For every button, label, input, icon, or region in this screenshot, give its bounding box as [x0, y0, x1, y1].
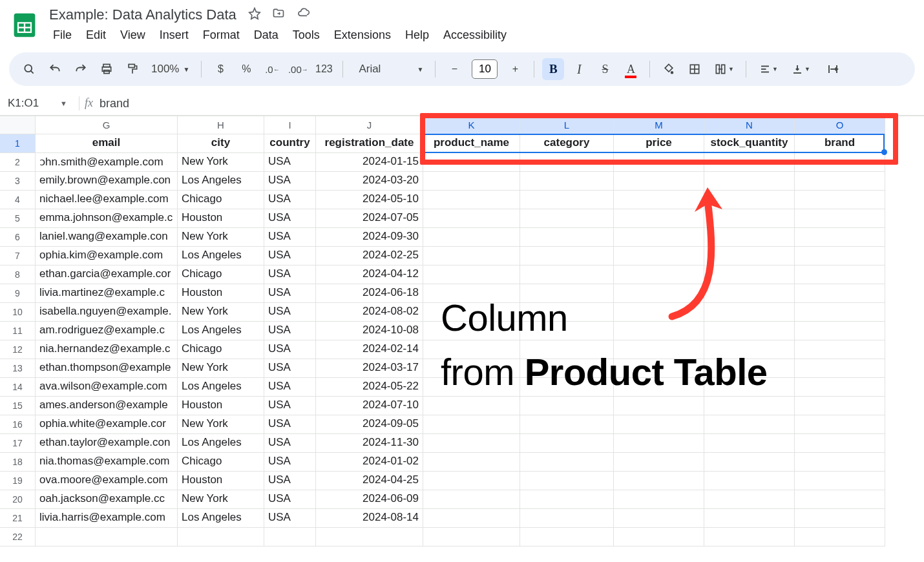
cell[interactable]: 2024-04-25 [316, 472, 423, 490]
cell[interactable]: 2024-10-08 [316, 322, 423, 340]
sheets-app-icon[interactable] [10, 11, 39, 39]
row-header[interactable]: 7 [0, 247, 36, 265]
menu-accessibility[interactable]: Accessibility [437, 26, 513, 45]
cell[interactable]: 2024-08-02 [316, 303, 423, 322]
col-header-h[interactable]: H [178, 116, 264, 134]
increase-decimal-button[interactable]: .00→ [287, 58, 309, 80]
cell[interactable]: USA [264, 322, 316, 340]
row-header[interactable]: 17 [0, 434, 36, 453]
cell[interactable]: Los Angeles [178, 509, 264, 528]
cell[interactable]: New York [178, 415, 264, 434]
cell[interactable]: ethan.thompson@example [36, 359, 178, 378]
decrease-decimal-button[interactable]: .0← [261, 58, 283, 80]
cell[interactable] [795, 153, 885, 172]
cell[interactable] [614, 434, 704, 453]
cell[interactable] [614, 172, 704, 191]
cell[interactable]: USA [264, 340, 316, 359]
col-header-m[interactable]: M [614, 116, 704, 134]
cell[interactable] [614, 490, 704, 509]
cell[interactable] [614, 322, 704, 340]
cell[interactable]: 2024-09-30 [316, 228, 423, 247]
cell[interactable] [614, 228, 704, 247]
cell[interactable]: 2024-03-17 [316, 359, 423, 378]
cell[interactable] [423, 153, 520, 172]
cell[interactable] [704, 265, 795, 284]
cloud-status-icon[interactable] [296, 7, 311, 23]
cell[interactable]: brand [795, 134, 885, 153]
cell[interactable]: ᴐhn.smith@example.com [36, 153, 178, 172]
cell[interactable] [795, 172, 885, 191]
cell[interactable]: ophia.white@example.cor [36, 415, 178, 434]
cell[interactable] [520, 303, 614, 322]
increase-font-size-button[interactable]: + [504, 58, 526, 80]
bold-button[interactable]: B [542, 58, 564, 80]
cell[interactable] [423, 397, 520, 415]
cell[interactable]: USA [264, 153, 316, 172]
cell[interactable]: USA [264, 490, 316, 509]
cell[interactable] [795, 322, 885, 340]
cell[interactable] [520, 528, 614, 546]
menu-help[interactable]: Help [399, 26, 436, 45]
cell[interactable]: Houston [178, 209, 264, 228]
row-header[interactable]: 5 [0, 209, 36, 228]
cell[interactable] [316, 528, 423, 546]
cell[interactable] [423, 228, 520, 247]
row-header[interactable]: 22 [0, 528, 36, 546]
fill-color-button[interactable] [658, 58, 680, 80]
cell[interactable]: Chicago [178, 340, 264, 359]
cell[interactable] [704, 303, 795, 322]
cell[interactable] [520, 415, 614, 434]
cell[interactable]: USA [264, 228, 316, 247]
cell[interactable] [704, 509, 795, 528]
row-header[interactable]: 10 [0, 303, 36, 322]
italic-button[interactable]: I [568, 58, 590, 80]
cell[interactable] [614, 265, 704, 284]
print-button[interactable] [96, 58, 118, 80]
cell[interactable]: USA [264, 172, 316, 191]
font-size-input[interactable] [472, 59, 498, 79]
cell[interactable]: livia.martinez@example.c [36, 284, 178, 303]
cell[interactable] [795, 359, 885, 378]
cell[interactable]: 2024-02-14 [316, 340, 423, 359]
row-header[interactable]: 18 [0, 453, 36, 472]
col-header-i[interactable]: I [264, 116, 316, 134]
cell[interactable]: Los Angeles [178, 434, 264, 453]
cell[interactable]: Los Angeles [178, 247, 264, 265]
row-header[interactable]: 19 [0, 472, 36, 490]
star-icon[interactable] [248, 7, 261, 23]
cell[interactable]: New York [178, 228, 264, 247]
cell[interactable] [423, 453, 520, 472]
cell[interactable] [423, 247, 520, 265]
cell[interactable]: USA [264, 509, 316, 528]
cell[interactable] [423, 528, 520, 546]
decrease-font-size-button[interactable]: − [443, 58, 465, 80]
cell[interactable] [614, 453, 704, 472]
cell[interactable]: 2024-07-05 [316, 209, 423, 228]
cell[interactable] [423, 172, 520, 191]
cell[interactable] [704, 191, 795, 209]
percent-button[interactable]: % [235, 58, 257, 80]
cell[interactable]: price [614, 134, 704, 153]
cell[interactable]: country [264, 134, 316, 153]
row-header[interactable]: 1 [0, 134, 36, 153]
cell[interactable] [614, 472, 704, 490]
cell[interactable]: USA [264, 303, 316, 322]
cell[interactable] [423, 509, 520, 528]
redo-button[interactable] [70, 58, 92, 80]
menu-data[interactable]: Data [247, 26, 285, 45]
cell[interactable] [704, 340, 795, 359]
currency-button[interactable]: $ [209, 58, 231, 80]
cell[interactable] [795, 378, 885, 397]
cell[interactable]: 2024-06-18 [316, 284, 423, 303]
cell[interactable] [423, 359, 520, 378]
cell[interactable]: USA [264, 359, 316, 378]
row-header[interactable]: 20 [0, 490, 36, 509]
cell[interactable] [795, 284, 885, 303]
cell[interactable] [520, 247, 614, 265]
cell[interactable]: stock_quantity [704, 134, 795, 153]
row-header[interactable]: 12 [0, 340, 36, 359]
cell[interactable] [520, 490, 614, 509]
cell[interactable]: ova.moore@example.com [36, 472, 178, 490]
cell[interactable]: USA [264, 415, 316, 434]
cell[interactable] [704, 359, 795, 378]
